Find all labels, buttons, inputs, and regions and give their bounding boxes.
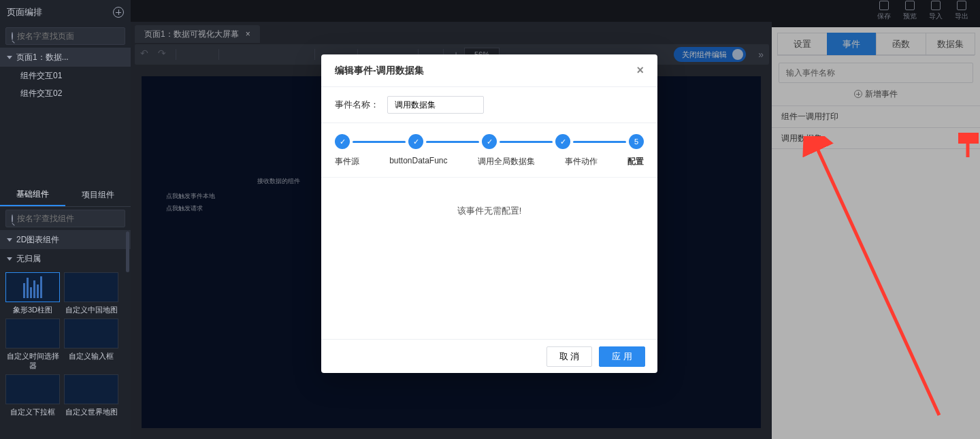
tab-basic-components[interactable]: 基础组件 bbox=[0, 184, 65, 206]
step-label-4: 事件动作 bbox=[565, 156, 598, 167]
modal-footer: 取 消 应 用 bbox=[321, 339, 657, 373]
tree-page-1[interactable]: 页面1：数据... bbox=[0, 48, 131, 67]
comp-thumb[interactable] bbox=[5, 272, 60, 302]
step-label-1: 事件源 bbox=[335, 156, 359, 167]
component-search-input[interactable] bbox=[17, 214, 119, 223]
group-2d-charts[interactable]: 2D图表组件 bbox=[0, 230, 131, 249]
comp-cell-3[interactable]: 自定义输入框 bbox=[64, 319, 118, 370]
event-name-row: 事件名称： bbox=[321, 87, 657, 123]
edit-event-modal: 编辑事件-调用数据集 × 事件名称： 5 事件源 buttonDataFunc … bbox=[321, 54, 657, 373]
tree-child-0[interactable]: 组件交互01 bbox=[0, 67, 131, 84]
step-dot-2[interactable] bbox=[408, 134, 423, 149]
comp-cell-1[interactable]: 自定义中国地图 bbox=[64, 272, 118, 314]
group-unassigned[interactable]: 无归属 bbox=[0, 249, 131, 268]
sidebar-header: 页面编排 bbox=[0, 0, 131, 25]
step-dot-5[interactable]: 5 bbox=[629, 134, 644, 149]
component-grid: 象形3D柱图 自定义中国地图 自定义时间选择器 自定义输入框 自定义下拉框 自定… bbox=[0, 268, 131, 421]
caret-icon bbox=[7, 238, 12, 242]
step-dot-4[interactable] bbox=[555, 134, 570, 149]
modal-title: 编辑事件-调用数据集 bbox=[335, 65, 424, 77]
comp-thumb[interactable] bbox=[5, 319, 60, 348]
component-tabs: 基础组件 项目组件 bbox=[0, 184, 131, 207]
caret-icon bbox=[7, 56, 12, 59]
tree-child-1[interactable]: 组件交互02 bbox=[0, 84, 131, 102]
tree-page-label: 页面1：数据... bbox=[16, 52, 69, 63]
step-labels: 事件源 buttonDataFunc 调用全局数据集 事件动作 配置 bbox=[335, 156, 644, 167]
tab-project-components[interactable]: 项目组件 bbox=[65, 184, 131, 206]
comp-thumb[interactable] bbox=[5, 374, 60, 404]
add-page-button[interactable] bbox=[113, 7, 124, 18]
page-search[interactable] bbox=[5, 27, 125, 45]
modal-header: 编辑事件-调用数据集 × bbox=[321, 54, 657, 87]
comp-cell-2[interactable]: 自定义时间选择器 bbox=[5, 319, 60, 370]
sidebar-title: 页面编排 bbox=[7, 6, 42, 18]
modal-body: 该事件无需配置! bbox=[321, 178, 657, 339]
search-icon bbox=[12, 214, 13, 223]
modal-body-text: 该事件无需配置! bbox=[457, 205, 522, 217]
step-dot-1[interactable] bbox=[335, 134, 350, 149]
comp-thumb[interactable] bbox=[64, 319, 118, 348]
comp-thumb[interactable] bbox=[64, 272, 118, 302]
bars-icon bbox=[23, 276, 42, 298]
modal-close-button[interactable]: × bbox=[636, 63, 644, 78]
apply-button[interactable]: 应 用 bbox=[599, 346, 645, 367]
page-search-input[interactable] bbox=[17, 31, 119, 41]
comp-cell-0[interactable]: 象形3D柱图 bbox=[5, 272, 60, 314]
step-label-5: 配置 bbox=[627, 156, 644, 167]
step-label-3: 调用全局数据集 bbox=[478, 156, 535, 167]
comp-cell-4[interactable]: 自定义下拉框 bbox=[5, 374, 60, 417]
caret-icon bbox=[7, 257, 12, 261]
comp-thumb[interactable] bbox=[64, 374, 118, 404]
step-label-2: buttonDataFunc bbox=[389, 156, 447, 167]
component-search[interactable] bbox=[5, 210, 125, 227]
step-dot-3[interactable] bbox=[482, 134, 497, 149]
event-name-input[interactable] bbox=[387, 96, 484, 114]
sidebar: 页面编排 页面1：数据... 组件交互01 组件交互02 基础组件 项目组件 2… bbox=[0, 0, 131, 439]
modal-steps: 5 事件源 buttonDataFunc 调用全局数据集 事件动作 配置 bbox=[321, 123, 657, 178]
sidebar-scrollbar[interactable] bbox=[126, 231, 129, 272]
search-icon bbox=[12, 32, 13, 40]
comp-cell-5[interactable]: 自定义世界地图 bbox=[64, 374, 118, 417]
step-dots: 5 bbox=[335, 134, 644, 149]
event-name-label: 事件名称： bbox=[335, 99, 379, 111]
cancel-button[interactable]: 取 消 bbox=[546, 346, 593, 367]
